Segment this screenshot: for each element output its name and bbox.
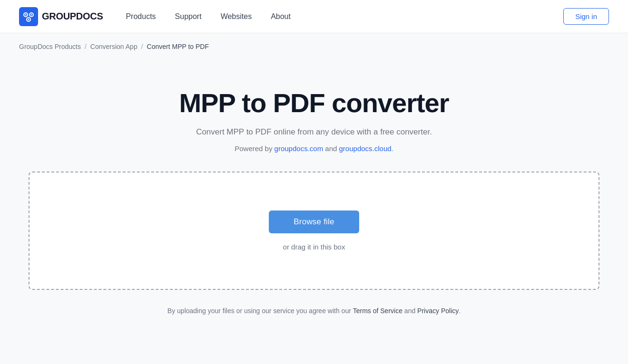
nav-item-products[interactable]: Products (126, 12, 156, 21)
sign-in-button[interactable]: Sign in (563, 8, 609, 25)
breadcrumb: GroupDocs Products / Conversion App / Co… (0, 33, 628, 60)
nav-links: Products Support Websites About (126, 12, 291, 21)
powered-by-suffix: . (392, 144, 393, 153)
browse-file-button[interactable]: Browse file (269, 211, 359, 233)
powered-by-and: and (323, 144, 339, 153)
disclaimer-and: and (402, 307, 417, 315)
terms-of-service-link[interactable]: Terms of Service (353, 307, 402, 315)
disclaimer-prefix: By uploading your files or using our ser… (167, 307, 353, 315)
breadcrumb-separator-2: / (141, 43, 143, 50)
groupdocs-logo-icon (19, 7, 38, 26)
privacy-policy-link[interactable]: Privacy Policy (417, 307, 459, 315)
page-subtitle: Convert MPP to PDF online from any devic… (196, 127, 432, 137)
logo-area[interactable]: GROUPDOCS (19, 7, 103, 26)
svg-rect-0 (19, 7, 38, 26)
disclaimer-suffix: . (459, 307, 461, 315)
drop-zone[interactable]: Browse file or drag it in this box (29, 172, 599, 290)
footer-disclaimer: By uploading your files or using our ser… (167, 307, 461, 315)
breadcrumb-item-conversion-app[interactable]: Conversion App (90, 43, 137, 50)
groupdocs-com-link[interactable]: groupdocs.com (275, 144, 324, 153)
page-title: MPP to PDF converter (179, 88, 449, 118)
main-content: MPP to PDF converter Convert MPP to PDF … (0, 60, 628, 334)
groupdocs-cloud-link[interactable]: groupdocs.cloud (339, 144, 392, 153)
nav-item-websites[interactable]: Websites (221, 12, 252, 21)
svg-point-8 (31, 14, 32, 15)
breadcrumb-item-groupdocs[interactable]: GroupDocs Products (19, 43, 81, 50)
svg-point-9 (28, 19, 29, 20)
navbar: GROUPDOCS Products Support Websites Abou… (0, 0, 628, 33)
powered-by-text: Powered by groupdocs.com and groupdocs.c… (235, 144, 393, 153)
navbar-left: GROUPDOCS Products Support Websites Abou… (19, 7, 291, 26)
nav-item-support[interactable]: Support (175, 12, 202, 21)
svg-point-7 (25, 14, 27, 15)
powered-by-prefix: Powered by (235, 144, 274, 153)
drag-text: or drag it in this box (283, 243, 345, 251)
breadcrumb-separator-1: / (85, 43, 87, 50)
nav-item-about[interactable]: About (271, 12, 291, 21)
breadcrumb-current: Convert MPP to PDF (147, 43, 209, 50)
logo-text: GROUPDOCS (42, 11, 103, 22)
